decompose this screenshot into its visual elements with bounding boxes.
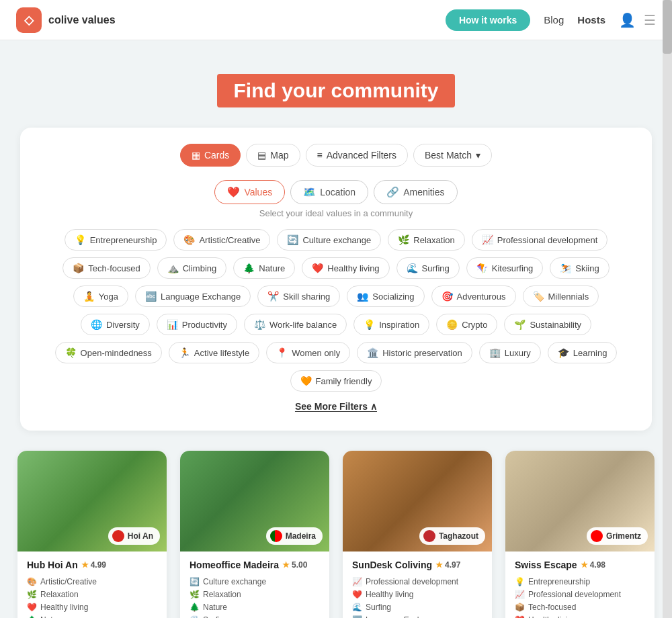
card-tag: 🌿 Relaxation	[27, 590, 157, 599]
value-chip[interactable]: 💡Entrepreneurship	[65, 229, 167, 251]
chip-icon: 🌊	[407, 263, 418, 273]
tag-icon: 🌲	[27, 615, 37, 618]
listing-card[interactable]: Taghazout SunDesk Coliving ★ 4.97 📈 Prof…	[343, 451, 492, 618]
value-chip[interactable]: 🌲Nature	[233, 257, 295, 279]
value-chip[interactable]: 🍀Open-mindedness	[55, 342, 162, 363]
chip-label: Active lifestyle	[194, 348, 249, 358]
value-chip[interactable]: 🏢Luxury	[479, 342, 541, 363]
listing-card[interactable]: Hoi An Hub Hoi An ★ 4.99 🎨 Artistic/Crea…	[17, 451, 167, 618]
value-chip[interactable]: ⛰️Climbing	[157, 257, 227, 279]
tab-location[interactable]: 🗺️ Location	[290, 180, 368, 204]
tag-icon: 🔤	[352, 615, 362, 618]
value-chips: 💡Entrepreneurship🎨Artistic/Creative🔄Cult…	[42, 229, 630, 392]
value-chip[interactable]: 🎓Learning	[548, 342, 618, 363]
tab-amenities[interactable]: 🔗 Amenities	[374, 180, 457, 204]
chip-label: Tech-focused	[88, 263, 140, 273]
filter-hint: Select your ideal values in a community	[42, 208, 630, 218]
star-icon: ★	[282, 560, 290, 570]
value-chip[interactable]: ❤️Healthy living	[302, 257, 389, 279]
menu-icon[interactable]: ☰	[644, 12, 656, 28]
chip-icon: 🌱	[514, 319, 526, 330]
blog-link[interactable]: Blog	[544, 14, 564, 26]
chip-label: Climbing	[183, 263, 217, 273]
map-view-button[interactable]: ▤ Map	[246, 144, 300, 167]
value-chip[interactable]: 🏷️Millennials	[523, 285, 599, 307]
advanced-filters-label: Advanced Filters	[327, 150, 396, 161]
value-chip[interactable]: 🏛️Historic preservation	[357, 342, 472, 363]
scrollbar-thumb[interactable]	[663, 0, 672, 54]
value-chip[interactable]: 📦Tech-focused	[62, 257, 150, 279]
title-text: Homeoffice Madeira	[190, 560, 279, 570]
tag-icon: 📈	[515, 590, 525, 599]
card-title: Homeoffice Madeira ★ 5.00	[190, 560, 320, 570]
value-chip[interactable]: 📈Professional development	[472, 229, 608, 251]
advanced-filters-button[interactable]: ≡ Advanced Filters	[306, 144, 408, 167]
rating-value: 4.99	[91, 560, 106, 570]
value-chip[interactable]: 📍Women only	[266, 342, 350, 363]
scrollbar[interactable]	[663, 0, 672, 618]
chip-label: Family friendly	[316, 376, 372, 386]
value-chip[interactable]: 🔄Culture exchange	[277, 229, 381, 251]
value-chip[interactable]: 👥Socializing	[347, 285, 424, 307]
chip-label: Culture exchange	[302, 235, 371, 245]
listing-card[interactable]: Grimentz Swiss Escape ★ 4.98 💡 Entrepren…	[505, 451, 655, 618]
value-chip[interactable]: ✂️Skill sharing	[257, 285, 340, 307]
chip-icon: ❤️	[312, 263, 323, 273]
best-match-label: Best Match	[425, 150, 472, 161]
value-chip[interactable]: 🧡Family friendly	[290, 370, 382, 392]
value-chip[interactable]: 💡Inspiration	[353, 314, 429, 335]
tag-icon: 🌲	[190, 603, 200, 612]
chip-icon: 📦	[73, 263, 84, 273]
value-chip[interactable]: 🌐Diversity	[81, 314, 150, 335]
tag-icon: 📦	[515, 603, 525, 612]
cards-view-button[interactable]: ▦ Cards	[180, 144, 241, 167]
tag-label: Tech-focused	[528, 603, 576, 612]
value-chip[interactable]: 🎯Adventurous	[431, 285, 516, 307]
value-chip[interactable]: 🌱Sustainability	[504, 314, 591, 335]
logo[interactable]: ◇ colive values	[16, 7, 116, 33]
value-chip[interactable]: 🏃Active lifestyle	[169, 342, 259, 363]
tag-label: Artistic/Creative	[40, 577, 97, 586]
see-more-filters[interactable]: See More Filters ∧	[42, 401, 630, 412]
chip-icon: 🎓	[558, 347, 569, 358]
country-flag	[591, 530, 603, 542]
card-body: Swiss Escape ★ 4.98 💡 Entrepreneurship 📈…	[505, 551, 655, 618]
value-chip[interactable]: 🎨Artistic/Creative	[173, 229, 270, 251]
listing-card[interactable]: Madeira Homeoffice Madeira ★ 5.00 🔄 Cult…	[180, 451, 329, 618]
card-tag: ❤️ Healthy living	[515, 615, 645, 618]
card-tag: 🌊 Surfing	[190, 615, 320, 618]
chip-icon: 📊	[167, 319, 178, 330]
chip-icon: 🧡	[300, 376, 312, 386]
value-chip[interactable]: 🌊Surfing	[396, 257, 460, 279]
chip-icon: 🌐	[91, 319, 102, 330]
value-chip[interactable]: 🧘Yoga	[73, 285, 128, 307]
chip-icon: ⛰️	[167, 263, 179, 273]
sort-button[interactable]: Best Match ▾	[413, 144, 492, 167]
value-chip[interactable]: 📊Productivity	[157, 314, 237, 335]
chip-label: Women only	[292, 348, 340, 358]
card-body: SunDesk Coliving ★ 4.97 📈 Professional d…	[343, 551, 492, 618]
card-tags: 🔄 Culture exchange 🌿 Relaxation 🌲 Nature…	[190, 577, 320, 618]
hosts-link[interactable]: Hosts	[577, 14, 605, 26]
tag-label: Professional development	[528, 590, 621, 599]
chip-label: Surfing	[422, 263, 450, 273]
star-icon: ★	[435, 560, 443, 570]
value-chip[interactable]: ⚖️Work-life balance	[244, 314, 347, 335]
value-chip[interactable]: 🪙Crypto	[436, 314, 497, 335]
tag-icon: 🌿	[190, 590, 200, 599]
star-icon: ★	[81, 560, 89, 570]
chip-label: Historic preservation	[382, 348, 462, 358]
tag-label: Surfing	[203, 615, 228, 618]
user-icon[interactable]: 👤	[619, 12, 636, 28]
card-rating: ★ 4.98	[581, 560, 605, 570]
chip-icon: 💡	[75, 234, 86, 245]
value-chip[interactable]: ⛷️Skiing	[550, 257, 609, 279]
chip-label: Millennials	[548, 292, 589, 302]
value-chip[interactable]: 🔤Language Exchange	[135, 285, 251, 307]
location-badge: Grimentz	[587, 527, 648, 545]
how-it-works-button[interactable]: How it works	[446, 9, 530, 31]
value-chip[interactable]: 🪁Kitesurfing	[466, 257, 543, 279]
tab-values[interactable]: ❤️ Values	[214, 180, 285, 204]
value-chip[interactable]: 🌿Relaxation	[388, 229, 464, 251]
chip-icon: 🏢	[489, 347, 501, 358]
